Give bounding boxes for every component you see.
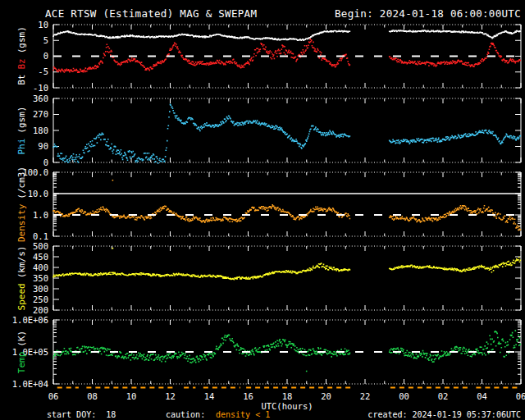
svg-text:08: 08 <box>87 391 98 401</box>
start-doy-label: start DOY: 18 <box>47 410 116 419</box>
caution-label: caution: <box>166 410 205 419</box>
svg-text:250: 250 <box>33 294 48 304</box>
svg-text:0.1: 0.1 <box>33 231 48 241</box>
y-axis-label-part: (km/s) <box>16 246 27 279</box>
y-axis-label-part: (gsm) <box>16 26 27 53</box>
svg-text:1.0E+06: 1.0E+06 <box>12 315 48 325</box>
y-axis-label-phi: Phi(gsm) <box>16 104 27 158</box>
svg-text:360: 360 <box>33 94 48 103</box>
y-axis-label-part: Bt <box>16 75 27 85</box>
svg-text:-5: -5 <box>38 66 48 76</box>
y-axis-label-temp: Temp(K) <box>16 328 27 376</box>
svg-text:10: 10 <box>38 20 48 30</box>
y-axis-label-part: Density <box>16 204 27 242</box>
svg-text:500: 500 <box>33 241 48 251</box>
svg-text:0: 0 <box>43 51 48 61</box>
svg-text:06: 06 <box>516 391 525 401</box>
svg-text:18: 18 <box>282 391 293 401</box>
plot-canvas: 1050-5-10360270180900100.010.01.00.15004… <box>0 0 525 420</box>
y-axis-label-part: Bz <box>16 58 27 69</box>
svg-text:14: 14 <box>204 391 215 401</box>
svg-text:10.0: 10.0 <box>28 189 48 199</box>
caution-value: density < 1 <box>216 410 270 419</box>
svg-text:90: 90 <box>38 141 48 151</box>
svg-text:300: 300 <box>33 284 48 294</box>
y-axis-label-part: Speed <box>16 283 27 310</box>
svg-text:450: 450 <box>33 252 48 262</box>
svg-text:12: 12 <box>165 391 176 401</box>
y-axis-label-part: (K) <box>16 331 27 347</box>
svg-text:20: 20 <box>321 391 331 401</box>
y-axis-label-speed: Speed(km/s) <box>16 244 27 313</box>
svg-text:16: 16 <box>243 391 253 401</box>
svg-text:10: 10 <box>126 391 137 401</box>
svg-text:02: 02 <box>438 391 449 401</box>
svg-text:180: 180 <box>33 126 48 135</box>
svg-text:200: 200 <box>33 305 48 315</box>
svg-text:270: 270 <box>33 109 48 119</box>
svg-text:04: 04 <box>477 391 487 401</box>
svg-text:-10: -10 <box>33 83 48 93</box>
y-axis-label-part: Phi <box>16 139 27 155</box>
svg-text:1.0: 1.0 <box>33 210 48 220</box>
svg-text:5: 5 <box>43 35 48 45</box>
svg-text:06: 06 <box>48 391 59 401</box>
y-axis-label-part: (gsm) <box>16 107 27 134</box>
svg-text:1.0E+04: 1.0E+04 <box>12 379 48 389</box>
y-axis-label-bt-bz: BtBz(gsm) <box>16 24 27 88</box>
svg-text:400: 400 <box>33 262 48 272</box>
y-axis-label-part: Temp <box>16 352 27 374</box>
ace-rtsw-plot: ACE RTSW (Estimated) MAG & SWEPAM Begin:… <box>0 0 525 420</box>
y-axis-label-density: Density(/cm3) <box>16 164 27 244</box>
y-axis-label-part: (/cm3) <box>16 167 27 199</box>
created-timestamp: created: 2024-01-19 05:37:06UTC <box>368 410 521 419</box>
svg-text:0: 0 <box>43 158 48 167</box>
svg-text:00: 00 <box>399 391 409 401</box>
svg-text:350: 350 <box>33 273 48 283</box>
svg-text:22: 22 <box>360 391 371 401</box>
